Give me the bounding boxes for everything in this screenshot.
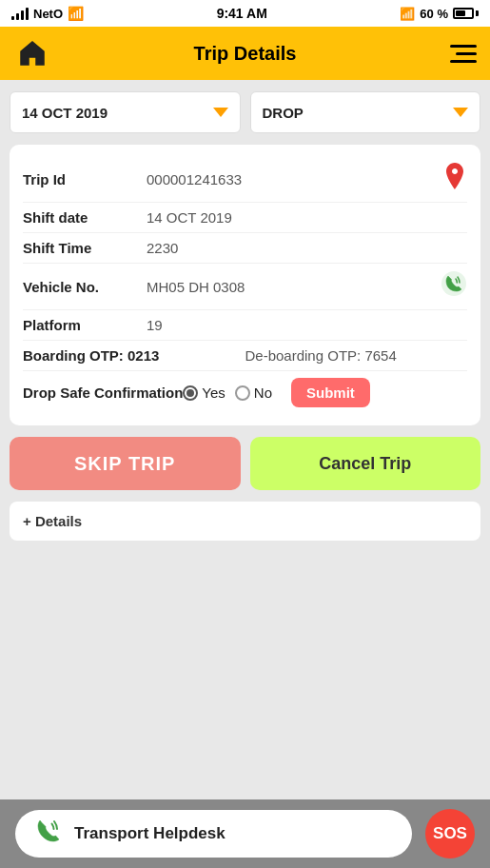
date-dropdown[interactable]: 14 OCT 2019 (10, 91, 241, 133)
status-bar: NetO 📶 9:41 AM 📶 60 % (0, 0, 490, 27)
shift-date-row: Shift date 14 OCT 2019 (23, 203, 467, 233)
details-label: + Details (23, 513, 82, 529)
shift-date-value: 14 OCT 2019 (147, 209, 467, 226)
no-option[interactable]: No (235, 385, 272, 401)
vehicle-no-row: Vehicle No. MH05 DH 0308 (23, 264, 467, 310)
page-title: Trip Details (194, 43, 297, 65)
shift-date-label: Shift date (23, 209, 147, 226)
carrier-label: NetO (33, 7, 63, 21)
location-pin-icon[interactable] (442, 163, 467, 195)
battery-label: 60 % (420, 7, 448, 21)
filter-row: 14 OCT 2019 DROP (10, 91, 480, 133)
shift-time-value: 2230 (147, 240, 467, 256)
type-dropdown[interactable]: DROP (250, 91, 481, 133)
platform-value: 19 (147, 317, 467, 333)
date-value: 14 OCT 2019 (22, 105, 108, 121)
boarding-otp-label: Boarding OTP: 0213 (23, 347, 245, 364)
footer: Transport Helpdesk SOS (0, 799, 490, 868)
status-left: NetO 📶 (11, 6, 84, 21)
shift-time-row: Shift Time 2230 (23, 233, 467, 264)
yes-option[interactable]: Yes (183, 385, 225, 401)
wifi-icon: 📶 (68, 6, 84, 21)
bluetooth-icon: 📶 (400, 7, 415, 21)
no-label: No (254, 385, 272, 401)
drop-safe-row: Drop Safe Confirmation Yes No Submit (23, 371, 467, 414)
details-row[interactable]: + Details (10, 502, 480, 541)
trip-id-label: Trip Id (23, 171, 147, 187)
platform-row: Platform 19 (23, 310, 467, 341)
deboarding-otp-label: De-boarding OTP: 7654 (245, 347, 468, 364)
type-dropdown-arrow (453, 108, 468, 117)
yes-radio-inner (186, 389, 194, 397)
svg-point-0 (441, 271, 466, 296)
shift-time-label: Shift Time (23, 240, 147, 256)
menu-bar-2 (456, 52, 477, 55)
drop-safe-options: Yes No Submit (183, 378, 370, 407)
trip-id-row: Trip Id 000001241633 (23, 156, 467, 203)
otp-row: Boarding OTP: 0213 De-boarding OTP: 7654 (23, 341, 467, 371)
home-button[interactable] (13, 34, 51, 72)
action-row: SKIP TRIP Cancel Trip (10, 437, 480, 490)
helpdesk-box[interactable]: Transport Helpdesk (15, 810, 412, 858)
trip-id-value: 000001241633 (147, 171, 442, 187)
battery-icon (453, 8, 479, 19)
drop-safe-label: Drop Safe Confirmation (23, 385, 183, 401)
skip-trip-button[interactable]: SKIP TRIP (10, 437, 241, 490)
header: Trip Details (0, 27, 490, 80)
status-time: 9:41 AM (217, 6, 267, 21)
menu-bar-3 (450, 60, 477, 63)
helpdesk-phone-icon (34, 817, 63, 851)
trip-card: Trip Id 000001241633 Shift date 14 OCT 2… (10, 145, 480, 425)
signal-icon (11, 7, 29, 20)
submit-button[interactable]: Submit (291, 378, 370, 407)
platform-label: Platform (23, 317, 147, 333)
menu-bar-1 (450, 45, 477, 48)
vehicle-no-value: MH05 DH 0308 (147, 279, 441, 295)
yes-label: Yes (202, 385, 225, 401)
content-area: 14 OCT 2019 DROP Trip Id 000001241633 Sh… (0, 80, 490, 552)
date-dropdown-arrow (213, 108, 228, 117)
type-value: DROP (263, 105, 304, 121)
menu-button[interactable] (439, 34, 477, 72)
cancel-trip-button[interactable]: Cancel Trip (250, 437, 481, 490)
status-right: 📶 60 % (400, 7, 479, 21)
no-radio[interactable] (235, 385, 250, 401)
yes-radio[interactable] (183, 385, 198, 401)
helpdesk-label: Transport Helpdesk (74, 824, 225, 843)
phone-icon[interactable] (441, 270, 467, 303)
vehicle-no-label: Vehicle No. (23, 279, 147, 295)
sos-button[interactable]: SOS (425, 809, 475, 858)
